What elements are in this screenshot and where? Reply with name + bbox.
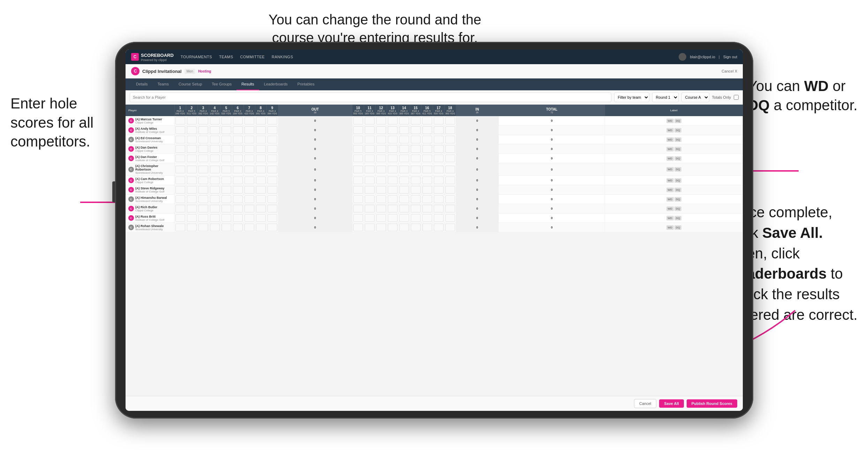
score-hole-7[interactable] — [243, 116, 255, 126]
score-input-h15[interactable] — [411, 136, 421, 143]
score-input-h16[interactable] — [422, 136, 432, 143]
score-input-h15[interactable] — [411, 145, 421, 153]
score-hole-2[interactable] — [186, 135, 197, 144]
score-hole-13[interactable] — [387, 163, 398, 176]
score-input-h5[interactable] — [221, 205, 231, 212]
score-input-h14[interactable] — [399, 155, 409, 162]
score-hole-6[interactable] — [232, 195, 243, 204]
score-hole-5[interactable] — [220, 223, 232, 232]
score-hole-11[interactable] — [364, 195, 375, 204]
score-input-h10[interactable] — [353, 195, 363, 203]
score-input-h14[interactable] — [399, 126, 409, 134]
score-hole-15[interactable] — [410, 135, 421, 144]
search-input[interactable] — [130, 92, 611, 102]
score-input-h11[interactable] — [365, 205, 375, 212]
score-hole-4[interactable] — [209, 185, 220, 195]
score-hole-5[interactable] — [220, 144, 232, 154]
score-hole-16[interactable] — [421, 144, 433, 154]
score-input-h4[interactable] — [210, 126, 220, 134]
score-input-h9[interactable] — [267, 195, 277, 203]
score-input-h2[interactable] — [187, 224, 197, 231]
score-input-h3[interactable] — [198, 176, 208, 184]
score-input-h8[interactable] — [256, 205, 266, 212]
wd-button[interactable]: WD — [666, 147, 674, 151]
score-input-h11[interactable] — [365, 186, 375, 194]
score-input-h17[interactable] — [434, 186, 444, 194]
score-hole-1[interactable] — [174, 195, 186, 204]
score-input-h17[interactable] — [434, 126, 444, 134]
score-hole-10[interactable] — [352, 116, 364, 126]
totals-only-toggle[interactable] — [734, 95, 739, 100]
score-input-h6[interactable] — [233, 214, 243, 222]
score-input-h17[interactable] — [434, 145, 444, 153]
score-hole-3[interactable] — [197, 163, 209, 176]
score-hole-4[interactable] — [209, 204, 220, 213]
score-input-h17[interactable] — [434, 205, 444, 212]
score-input-h5[interactable] — [221, 214, 231, 222]
score-hole-2[interactable] — [186, 204, 197, 213]
score-hole-18[interactable] — [444, 195, 456, 204]
score-hole-10[interactable] — [352, 204, 364, 213]
score-hole-7[interactable] — [243, 204, 255, 213]
dq-button[interactable]: DQ — [674, 128, 681, 133]
score-input-h14[interactable] — [399, 166, 409, 173]
score-input-h1[interactable] — [175, 136, 185, 143]
score-input-h5[interactable] — [221, 224, 231, 231]
dq-button[interactable]: DQ — [674, 216, 681, 220]
score-input-h14[interactable] — [399, 145, 409, 153]
wd-button[interactable]: WD — [666, 216, 674, 220]
score-input-h16[interactable] — [422, 205, 432, 212]
score-input-h2[interactable] — [187, 155, 197, 162]
score-hole-1[interactable] — [174, 135, 186, 144]
score-input-h9[interactable] — [267, 176, 277, 184]
score-input-h3[interactable] — [198, 145, 208, 153]
score-hole-16[interactable] — [421, 204, 433, 213]
score-input-h11[interactable] — [365, 214, 375, 222]
score-input-h3[interactable] — [198, 186, 208, 194]
score-hole-5[interactable] — [220, 176, 232, 185]
score-hole-1[interactable] — [174, 144, 186, 154]
score-input-h13[interactable] — [388, 224, 398, 231]
score-hole-8[interactable] — [255, 195, 266, 204]
score-hole-15[interactable] — [410, 163, 421, 176]
score-hole-12[interactable] — [375, 204, 387, 213]
score-input-h3[interactable] — [198, 155, 208, 162]
score-hole-15[interactable] — [410, 195, 421, 204]
score-input-h18[interactable] — [445, 205, 455, 212]
score-hole-9[interactable] — [266, 116, 278, 126]
score-hole-1[interactable] — [174, 185, 186, 195]
score-input-h17[interactable] — [434, 166, 444, 173]
score-input-h15[interactable] — [411, 117, 421, 125]
score-input-h16[interactable] — [422, 117, 432, 125]
score-input-h18[interactable] — [445, 155, 455, 162]
score-input-h7[interactable] — [244, 186, 254, 194]
score-input-h9[interactable] — [267, 224, 277, 231]
score-hole-3[interactable] — [197, 116, 209, 126]
score-input-h14[interactable] — [399, 186, 409, 194]
score-input-h17[interactable] — [434, 136, 444, 143]
score-hole-12[interactable] — [375, 135, 387, 144]
score-hole-18[interactable] — [444, 154, 456, 163]
score-hole-17[interactable] — [433, 195, 444, 204]
score-hole-16[interactable] — [421, 116, 433, 126]
score-hole-10[interactable] — [352, 195, 364, 204]
score-input-h7[interactable] — [244, 126, 254, 134]
wd-button[interactable]: WD — [666, 188, 674, 192]
dq-button[interactable]: DQ — [674, 167, 681, 172]
score-input-h3[interactable] — [198, 117, 208, 125]
score-hole-18[interactable] — [444, 223, 456, 232]
score-input-h7[interactable] — [244, 205, 254, 212]
score-input-h5[interactable] — [221, 186, 231, 194]
dq-button[interactable]: DQ — [674, 119, 681, 123]
score-input-h18[interactable] — [445, 126, 455, 134]
score-input-h8[interactable] — [256, 214, 266, 222]
score-input-h18[interactable] — [445, 186, 455, 194]
score-hole-15[interactable] — [410, 213, 421, 223]
score-input-h7[interactable] — [244, 117, 254, 125]
score-hole-2[interactable] — [186, 185, 197, 195]
score-input-h13[interactable] — [388, 126, 398, 134]
score-hole-7[interactable] — [243, 176, 255, 185]
score-hole-18[interactable] — [444, 213, 456, 223]
score-hole-4[interactable] — [209, 163, 220, 176]
score-input-h15[interactable] — [411, 176, 421, 184]
